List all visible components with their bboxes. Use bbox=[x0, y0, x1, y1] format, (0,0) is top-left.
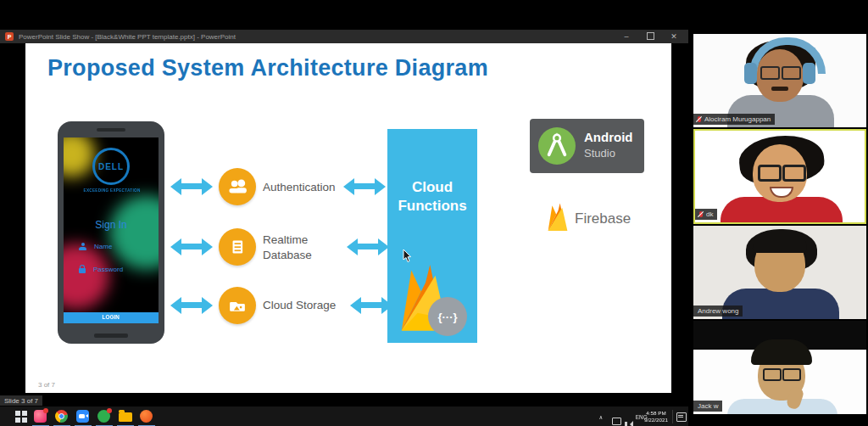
avatar-shape bbox=[753, 231, 807, 253]
avatar-shape bbox=[727, 399, 837, 414]
name-field-label: Name bbox=[94, 243, 112, 250]
password-field-label: Password bbox=[93, 266, 123, 273]
service-label-authentication: Authentication bbox=[263, 180, 336, 195]
avatar-shape bbox=[771, 87, 788, 91]
participant-tile-4[interactable]: Jack w bbox=[693, 321, 866, 414]
beanie-icon bbox=[751, 339, 812, 365]
pink-app-icon bbox=[34, 410, 47, 423]
android-studio-label-1: Android bbox=[584, 130, 633, 144]
participant-nametag: Andrew wong bbox=[693, 305, 743, 317]
tray-display-icon[interactable] bbox=[612, 413, 621, 426]
headphone-cup bbox=[744, 63, 757, 84]
taskbar-chrome[interactable] bbox=[55, 410, 69, 423]
tray-chevron[interactable]: ∧ bbox=[599, 414, 604, 426]
taskbar-powerpoint[interactable] bbox=[140, 410, 153, 423]
taskbar[interactable]: ∧ ENG 4:58 PM 9/22/2021 bbox=[0, 406, 688, 426]
participant-name: Jack w bbox=[698, 402, 718, 410]
password-field: Password bbox=[79, 265, 123, 273]
participant-tile-1[interactable]: Alociram Murugappan bbox=[693, 34, 866, 127]
orange-app-icon bbox=[140, 410, 153, 423]
tray-time: 4:58 PM bbox=[644, 411, 668, 417]
titlebar[interactable]: P PowerPoint Slide Show - [Black&White P… bbox=[0, 30, 688, 43]
meeting-window: P PowerPoint Slide Show - [Black&White P… bbox=[0, 0, 868, 426]
chrome-icon bbox=[55, 410, 68, 423]
database-icon bbox=[225, 234, 250, 260]
tray-divider bbox=[672, 410, 673, 423]
taskbar-zoom[interactable] bbox=[76, 410, 90, 423]
taskbar-app-1[interactable] bbox=[34, 410, 47, 423]
firebase-logo-label: Firebase bbox=[575, 210, 631, 227]
participant-name: Andrew wong bbox=[698, 307, 738, 315]
speaker-icon bbox=[625, 422, 627, 426]
double-arrow-icon bbox=[181, 244, 202, 249]
windows-logo-icon bbox=[15, 411, 27, 423]
tray-clock[interactable]: 4:58 PM 9/22/2021 bbox=[644, 411, 668, 423]
realtime-database-service-icon bbox=[219, 228, 256, 266]
compass-icon bbox=[542, 132, 571, 160]
taskbar-file-explorer[interactable] bbox=[119, 410, 132, 423]
cloud-functions-box: Cloud Functions {···} bbox=[387, 129, 477, 343]
powerpoint-icon: P bbox=[5, 32, 14, 41]
glasses-icon bbox=[763, 368, 782, 381]
name-field: Name bbox=[79, 243, 112, 250]
slide-page-indicator: 3 of 7 bbox=[38, 381, 55, 389]
folder-icon bbox=[119, 412, 132, 422]
tray-speaker-icon[interactable] bbox=[625, 414, 631, 426]
participant-video-feed bbox=[695, 131, 865, 222]
cloud-functions-label: Cloud Functions bbox=[387, 178, 477, 216]
action-center-icon[interactable] bbox=[676, 412, 687, 422]
firebase-logo-icon bbox=[546, 202, 570, 234]
service-label-cloud-storage: Cloud Storage bbox=[263, 298, 336, 313]
restore-icon bbox=[647, 32, 654, 40]
monitor-icon bbox=[612, 418, 621, 425]
participant-nametag: Alociram Murugappan bbox=[693, 114, 775, 125]
participant-tile-2[interactable]: dk bbox=[693, 129, 866, 224]
glasses-icon bbox=[758, 165, 782, 182]
glasses-icon bbox=[782, 368, 801, 381]
double-arrow-icon bbox=[358, 244, 378, 249]
start-button[interactable] bbox=[14, 410, 28, 423]
folder-icon bbox=[225, 293, 250, 318]
participant-name: Alociram Murugappan bbox=[704, 115, 771, 123]
android-studio-logo: Android Studio bbox=[530, 119, 644, 173]
window-title: PowerPoint Slide Show - [Black&White PPT… bbox=[19, 33, 612, 41]
participant-tile-3[interactable]: Andrew wong bbox=[693, 226, 866, 319]
dell-logo-text: DELL bbox=[98, 162, 124, 171]
authentication-service-icon bbox=[219, 168, 256, 205]
dell-logo: DELL bbox=[92, 148, 130, 185]
green-app-icon bbox=[97, 410, 110, 423]
cloud-storage-service-icon bbox=[219, 287, 256, 324]
glasses-icon bbox=[782, 165, 806, 182]
participant-nametag: Jack w bbox=[693, 401, 722, 412]
slide-title: Proposed System Architecture Diagram bbox=[47, 55, 488, 81]
slide-canvas[interactable]: Proposed System Architecture Diagram DEL… bbox=[25, 43, 671, 393]
decor-blob-green bbox=[109, 195, 159, 270]
decor-blob-red bbox=[64, 244, 109, 310]
glasses-icon bbox=[760, 66, 780, 80]
lock-icon bbox=[79, 268, 86, 273]
signin-heading: Sign In bbox=[64, 219, 159, 231]
glasses-icon bbox=[782, 66, 801, 80]
login-button: LOGIN bbox=[64, 312, 159, 323]
android-studio-icon bbox=[538, 127, 576, 165]
person-icon bbox=[79, 243, 86, 250]
mouse-cursor bbox=[403, 249, 413, 263]
dell-tagline: EXCEEDING EXPECTATION bbox=[84, 188, 139, 193]
android-studio-label-2: Studio bbox=[584, 147, 615, 160]
close-button[interactable]: ✕ bbox=[665, 30, 683, 43]
taskbar-app-2[interactable] bbox=[97, 410, 111, 423]
restore-button[interactable] bbox=[641, 29, 659, 44]
muted-mic-icon bbox=[699, 211, 703, 217]
people-icon bbox=[225, 174, 250, 199]
minimize-button[interactable]: – bbox=[617, 30, 636, 43]
tray-date: 9/22/2021 bbox=[644, 417, 668, 423]
participant-nametag: dk bbox=[695, 209, 717, 220]
double-arrow-icon bbox=[181, 183, 202, 189]
login-button-label: LOGIN bbox=[103, 315, 120, 321]
phone-screen: DELL EXCEEDING EXPECTATION Sign In Name … bbox=[64, 137, 159, 323]
headphone-cup bbox=[803, 63, 815, 84]
double-arrow-icon bbox=[361, 302, 381, 308]
muted-mic-icon bbox=[698, 116, 701, 122]
functions-badge-text: {···} bbox=[437, 311, 457, 323]
double-arrow-icon bbox=[354, 183, 375, 189]
